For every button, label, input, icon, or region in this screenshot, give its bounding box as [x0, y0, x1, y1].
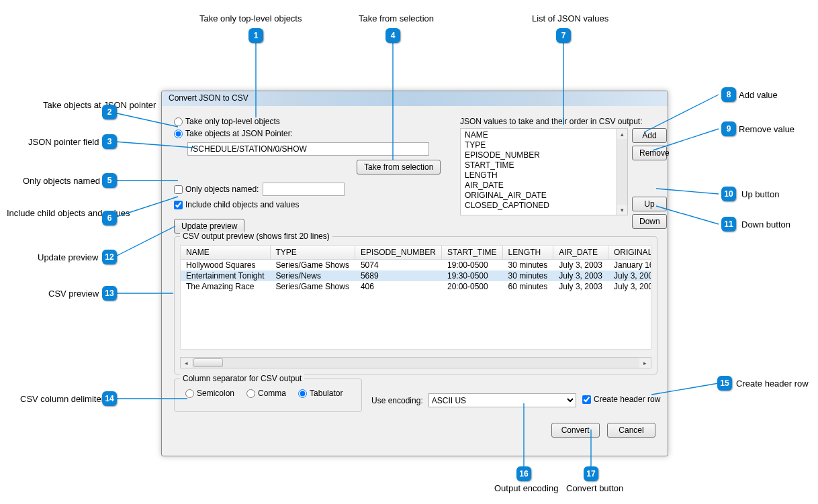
radio-top-level-objects[interactable]	[174, 117, 183, 126]
take-from-selection-button[interactable]: Take from selection	[357, 160, 441, 174]
radio-tabulator[interactable]	[298, 389, 307, 398]
table-cell: 5074	[355, 260, 441, 271]
annotation-marker-8: 8	[721, 87, 736, 102]
table-cell: 5689	[355, 270, 441, 281]
annotation-marker-1: 1	[248, 28, 263, 43]
annotation-label-5: Only objects named	[23, 176, 98, 186]
column-separator-legend: Column separator for CSV output	[180, 374, 304, 383]
table-cell: July 3, 200	[608, 270, 651, 281]
scroll-left-arrow-icon[interactable]: ◂	[181, 358, 192, 368]
annotation-label-12: Update preview	[38, 252, 98, 262]
only-objects-named-label: Only objects named:	[185, 185, 259, 194]
convert-button[interactable]: Convert	[551, 423, 600, 438]
annotation-label-13: CSV preview	[48, 289, 98, 299]
add-button[interactable]: Add	[632, 128, 667, 143]
annotation-marker-4: 4	[385, 28, 400, 43]
annotation-marker-6: 6	[102, 211, 117, 225]
table-header-cell[interactable]: LENGTH	[502, 246, 553, 260]
radio-json-pointer[interactable]	[174, 130, 183, 138]
radio-semicolon-label: Semicolon	[197, 389, 234, 398]
table-header-cell[interactable]: EPISODE_NUMBER	[355, 246, 441, 260]
table-cell: Series/Game Shows	[270, 260, 355, 271]
table-header-cell[interactable]: NAME	[181, 246, 270, 260]
table-cell: July 3, 200	[608, 281, 651, 292]
table-header-row: NAMETYPEEPISODE_NUMBERSTART_TIMELENGTHAI…	[181, 246, 651, 260]
dialog-title: Convert JSON to CSV	[162, 91, 668, 106]
annotation-marker-15: 15	[717, 376, 732, 391]
table-cell: July 3, 2003	[553, 270, 608, 281]
json-pointer-field[interactable]	[187, 142, 429, 156]
scroll-up-arrow-icon[interactable]: ▴	[617, 129, 627, 139]
listbox-scrollbar[interactable]: ▴ ▾	[617, 128, 628, 215]
list-item[interactable]: TYPE	[465, 140, 612, 150]
table-cell: 19:00-0500	[441, 260, 502, 271]
table-cell: Series/News	[270, 270, 355, 281]
annotation-label-11: Down button	[741, 219, 790, 230]
table-header-cell[interactable]: START_TIME	[441, 246, 502, 260]
radio-json-pointer-label: Take objects at JSON Pointer:	[185, 129, 293, 138]
scroll-right-arrow-icon[interactable]: ▸	[639, 358, 651, 368]
table-cell: Hollywood Squares	[181, 260, 270, 271]
table-row[interactable]: The Amazing RaceSeries/Game Shows40620:0…	[181, 281, 651, 292]
radio-semicolon[interactable]	[185, 389, 194, 398]
table-row[interactable]: Entertainment TonightSeries/News568919:3…	[181, 270, 651, 281]
annotation-label-10: Up button	[741, 189, 779, 199]
annotation-marker-17: 17	[584, 466, 598, 481]
checkbox-create-header-row[interactable]	[582, 395, 591, 404]
create-header-row-label: Create header row	[594, 395, 660, 404]
json-values-listbox[interactable]: NAMETYPEEPISODE_NUMBERSTART_TIMELENGTHAI…	[460, 128, 617, 215]
annotation-marker-14: 14	[102, 391, 117, 406]
encoding-select[interactable]: ASCII US	[428, 393, 576, 407]
scrollbar-thumb[interactable]	[193, 358, 223, 367]
list-item[interactable]: EPISODE_NUMBER	[465, 150, 612, 160]
annotation-marker-5: 5	[102, 173, 117, 188]
table-cell: January 16	[608, 260, 651, 271]
table-cell: July 3, 2003	[553, 281, 608, 292]
table-cell: 20:00-0500	[441, 281, 502, 292]
annotation-marker-3: 3	[102, 134, 117, 149]
list-item[interactable]: CLOSED_CAPTIONED	[465, 201, 612, 211]
list-item[interactable]: ORIGINAL_AIR_DATE	[465, 191, 612, 201]
up-button[interactable]: Up	[632, 197, 667, 211]
table-cell: 30 minutes	[502, 270, 553, 281]
radio-comma[interactable]	[246, 389, 255, 398]
table-cell: 19:30-0500	[441, 270, 502, 281]
list-item[interactable]: NAME	[465, 130, 612, 140]
table-header-cell[interactable]: ORIGINAL	[608, 246, 651, 260]
list-item[interactable]: LENGTH	[465, 170, 612, 181]
annotation-marker-7: 7	[556, 28, 571, 43]
checkbox-only-objects-named[interactable]	[174, 185, 183, 194]
csv-preview-group: CSV output preview (shows first 20 lines…	[174, 236, 657, 374]
table-row[interactable]: Hollywood SquaresSeries/Game Shows507419…	[181, 260, 651, 271]
table-header-cell[interactable]: AIR_DATE	[553, 246, 608, 260]
table-cell: 406	[355, 281, 441, 292]
annotation-label-14: CSV column delimiter	[20, 394, 98, 404]
table-cell: Series/Game Shows	[270, 281, 355, 292]
table-cell: The Amazing Race	[181, 281, 270, 292]
down-button[interactable]: Down	[632, 214, 667, 229]
checkbox-include-child-objects[interactable]	[174, 201, 183, 209]
table-cell: 60 minutes	[502, 281, 553, 292]
only-objects-named-field[interactable]	[263, 183, 345, 196]
radio-top-level-objects-label: Take only top-level objects	[185, 117, 280, 126]
include-child-objects-label: Include child objects and values	[185, 200, 299, 209]
annotation-marker-12: 12	[102, 250, 117, 264]
list-item[interactable]: START_TIME	[465, 160, 612, 170]
preview-horizontal-scrollbar[interactable]: ◂ ▸	[180, 357, 651, 368]
csv-preview-table[interactable]: NAMETYPEEPISODE_NUMBERSTART_TIMELENGTHAI…	[180, 245, 651, 350]
list-item[interactable]: AIR_DATE	[465, 181, 612, 191]
cancel-button[interactable]: Cancel	[607, 423, 655, 438]
annotation-label-4: Take from selection	[359, 13, 434, 23]
convert-json-to-csv-dialog: Convert JSON to CSV Take only top-level …	[161, 91, 668, 456]
annotation-label-17: Convert button	[566, 483, 623, 493]
table-header-cell[interactable]: TYPE	[270, 246, 355, 260]
annotation-marker-11: 11	[721, 217, 736, 232]
annotation-marker-9: 9	[721, 121, 736, 136]
scroll-down-arrow-icon[interactable]: ▾	[617, 205, 627, 215]
annotation-label-15: Create header row	[736, 379, 809, 389]
annotation-label-9: Remove value	[739, 124, 794, 134]
remove-button[interactable]: Remove	[632, 146, 667, 160]
radio-comma-label: Comma	[258, 389, 286, 398]
annotation-label-16: Output encoding	[494, 483, 558, 493]
table-cell: 30 minutes	[502, 260, 553, 271]
